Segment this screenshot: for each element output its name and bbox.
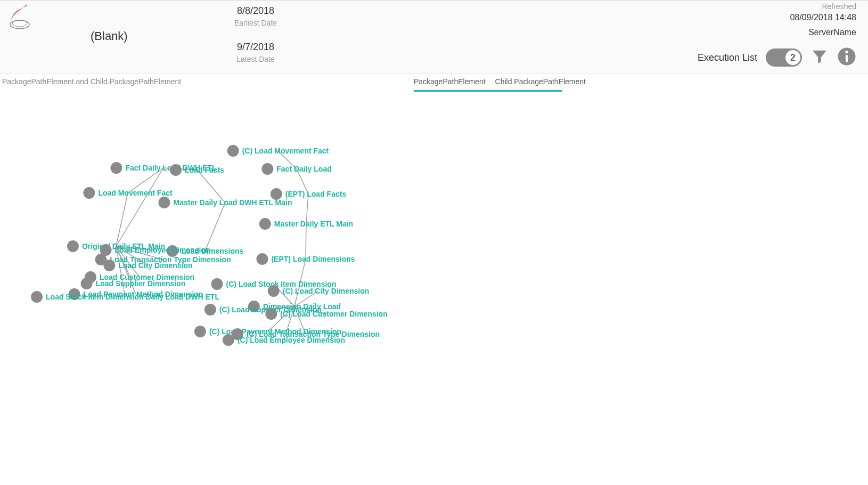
refresh-info: Refreshed 08/09/2018 14:48 ServerName [790, 2, 856, 37]
node-dot [170, 164, 182, 176]
node-dot [227, 145, 239, 157]
refreshed-timestamp: 08/09/2018 14:48 [790, 13, 856, 22]
execution-list-toggle[interactable]: 2 [766, 48, 802, 67]
node-dot [261, 163, 273, 175]
graph-node[interactable]: Load Facts [170, 164, 224, 176]
node-dot [211, 278, 223, 290]
node-label: (EPT) Load Facts [285, 190, 346, 198]
graph-node[interactable]: (C) Load Employee Dimension [223, 334, 345, 346]
node-dot [31, 291, 43, 303]
node-dot [259, 218, 271, 230]
node-dot [268, 285, 280, 297]
node-dot [271, 188, 282, 200]
graph-node[interactable]: Fact Daily Load [261, 163, 331, 175]
node-label: (C) Load City Dimension [283, 287, 370, 295]
graph-node[interactable]: (EPT) Load Facts [271, 188, 346, 200]
node-label: (C) Load Movement Fact [242, 147, 329, 155]
node-dot [204, 304, 216, 316]
graph-node[interactable]: (C) Load Movement Fact [227, 145, 329, 157]
node-label: Load City Dimension [118, 261, 192, 270]
svg-point-4 [845, 51, 848, 53]
latest-date-value: 9/7/2018 [202, 42, 309, 53]
visual-title: PackagePathElement and Child.PackagePath… [2, 77, 181, 86]
server-name: ServerName [790, 28, 856, 37]
svg-rect-3 [846, 55, 848, 62]
node-dot [256, 253, 268, 265]
graph-edge [116, 193, 128, 246]
latest-date-block: 9/7/2018 Latest Date [202, 42, 309, 63]
node-label: Master Daily ETL Main [274, 220, 353, 228]
page-title: (Blank) [91, 29, 128, 43]
execution-list-label: Execution List [698, 52, 757, 63]
node-dot [159, 197, 170, 208]
node-dot [265, 308, 277, 320]
network-graph[interactable]: Original Daily ETL MainLoad Movement Fac… [0, 92, 868, 485]
node-dot [81, 278, 93, 289]
graph-node[interactable]: Load Stock Item Dimension Daily Load DWH… [31, 291, 219, 303]
node-label: (C) Load Customer Dimension [280, 310, 387, 318]
graph-node[interactable]: Master Daily ETL Main [259, 218, 353, 230]
node-label: Load Employee Dimension [115, 246, 210, 254]
toggle-knob: 2 [785, 50, 800, 65]
node-dot [103, 260, 115, 271]
tab-packagepathelement[interactable]: PackagePathElement [414, 77, 486, 86]
node-label: Load Stock Item Dimension Daily Load DWH… [46, 293, 219, 301]
latest-date-label: Latest Date [202, 55, 309, 63]
svg-point-1 [12, 20, 27, 27]
node-label: (EPT) Load Dimensions [271, 255, 355, 263]
earliest-date-label: Earliest Date [202, 19, 309, 27]
node-dot [110, 162, 122, 174]
node-label: Load Movement Fact [98, 189, 172, 197]
header-topline [0, 0, 868, 1]
node-dot [194, 326, 206, 337]
legend-tabs: PackagePathElement Child.PackagePathElem… [414, 77, 586, 92]
node-label: Load Facts [185, 166, 224, 174]
graph-node[interactable]: (EPT) Load Dimensions [256, 253, 355, 265]
graph-node[interactable]: Load City Dimension [103, 260, 192, 271]
graph-node[interactable]: (C) Load City Dimension [268, 285, 370, 297]
node-label: Fact Daily Load [276, 165, 331, 173]
refreshed-label: Refreshed [790, 2, 856, 11]
earliest-date-block: 8/8/2018 Earliest Date [202, 5, 309, 27]
node-label: (C) Load Employee Dimension [238, 336, 345, 344]
graph-edge [116, 168, 163, 246]
node-dot [223, 334, 234, 346]
tab-child-packagepathelement[interactable]: Child.PackagePathElement [495, 77, 586, 86]
node-dot [67, 240, 79, 252]
graph-node[interactable]: (C) Load Customer Dimension [265, 308, 387, 320]
header-toolbar: Execution List 2 [698, 47, 856, 68]
earliest-date-value: 8/8/2018 [202, 5, 309, 17]
header: (Blank) 8/8/2018 Earliest Date 9/7/2018 … [0, 0, 868, 74]
info-icon[interactable] [837, 47, 856, 68]
node-dot [83, 187, 95, 199]
filter-icon[interactable] [810, 47, 829, 68]
graph-node[interactable]: Load Supplier Dimension [81, 278, 186, 289]
node-label: Load Supplier Dimension [96, 279, 186, 288]
sql-server-logo [5, 3, 34, 34]
subheader: PackagePathElement and Child.PackagePath… [0, 74, 868, 92]
